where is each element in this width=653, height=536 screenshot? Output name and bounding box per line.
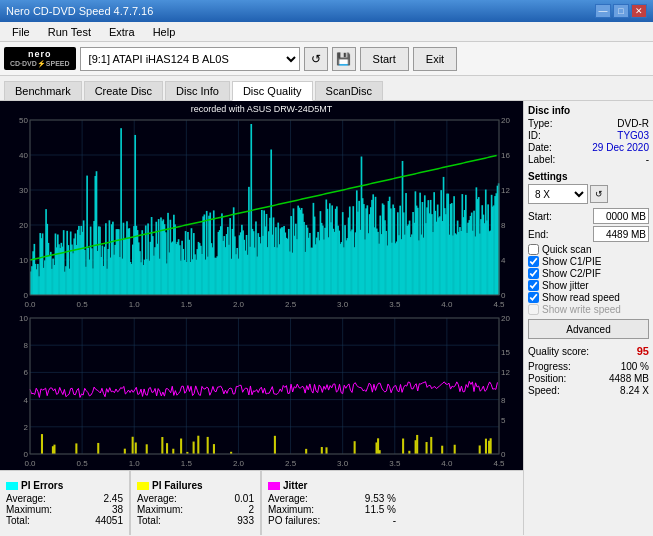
tab-benchmark[interactable]: Benchmark: [4, 81, 82, 100]
bottom-chart: [2, 313, 521, 470]
tab-disc-info[interactable]: Disc Info: [165, 81, 230, 100]
tab-create-disc[interactable]: Create Disc: [84, 81, 163, 100]
show-read-row: Show read speed: [528, 292, 649, 303]
jitter-avg-value: 9.53 %: [365, 493, 396, 504]
show-write-checkbox: [528, 304, 539, 315]
pi-errors-color: [6, 482, 18, 490]
minimize-button[interactable]: —: [595, 4, 611, 18]
pi-failures-total-label: Total:: [137, 515, 161, 526]
pi-failures-total-value: 933: [237, 515, 254, 526]
show-read-checkbox[interactable]: [528, 292, 539, 303]
end-label: End:: [528, 229, 549, 240]
speed-label: Speed:: [528, 385, 560, 396]
show-c1-row: Show C1/PIE: [528, 256, 649, 267]
pi-errors-avg-label: Average:: [6, 493, 46, 504]
show-jitter-checkbox[interactable]: [528, 280, 539, 291]
start-input[interactable]: [593, 208, 649, 224]
show-c2-row: Show C2/PIF: [528, 268, 649, 279]
menu-run-test[interactable]: Run Test: [40, 24, 99, 40]
show-c1-label: Show C1/PIE: [542, 256, 601, 267]
show-read-label: Show read speed: [542, 292, 620, 303]
title-bar-title: Nero CD-DVD Speed 4.7.7.16: [6, 5, 153, 17]
disc-date-row: Date: 29 Dec 2020: [528, 142, 649, 153]
app-title: Nero CD-DVD Speed 4.7.7.16: [6, 5, 153, 17]
pi-errors-title: PI Errors: [21, 480, 63, 491]
refresh-icon[interactable]: ↺: [304, 47, 328, 71]
disc-date-key: Date:: [528, 142, 552, 153]
show-c2-label: Show C2/PIF: [542, 268, 601, 279]
legend-panel: PI Errors Average: 2.45 Maximum: 38 Tota…: [0, 470, 523, 535]
show-write-label: Show write speed: [542, 304, 621, 315]
tab-bar: Benchmark Create Disc Disc Info Disc Qua…: [0, 76, 653, 101]
start-label: Start:: [528, 211, 552, 222]
quality-row: Quality score: 95: [528, 345, 649, 357]
progress-row: Progress: 100 %: [528, 361, 649, 372]
start-input-row: Start:: [528, 208, 649, 224]
show-jitter-row: Show jitter: [528, 280, 649, 291]
pi-errors-max-label: Maximum:: [6, 504, 52, 515]
menu-bar: File Run Test Extra Help: [0, 22, 653, 42]
menu-extra[interactable]: Extra: [101, 24, 143, 40]
quality-score-label: Quality score:: [528, 346, 589, 357]
quick-scan-checkbox[interactable]: [528, 244, 539, 255]
show-write-row: Show write speed: [528, 304, 649, 315]
speed-value: 8.24 X: [620, 385, 649, 396]
jitter-po-label: PO failures:: [268, 515, 320, 526]
disc-id-value: TYG03: [617, 130, 649, 141]
pi-errors-total-label: Total:: [6, 515, 30, 526]
speed-select[interactable]: 8 X: [528, 184, 588, 204]
save-icon[interactable]: 💾: [332, 47, 356, 71]
speed-refresh-icon[interactable]: ↺: [590, 185, 608, 203]
disc-date-value: 29 Dec 2020: [592, 142, 649, 153]
disc-label-value: -: [646, 154, 649, 165]
pi-errors-max-value: 38: [112, 504, 123, 515]
progress-label: Progress:: [528, 361, 571, 372]
settings-section: Settings 8 X ↺ Start: End: Quick scan: [528, 171, 649, 339]
pi-failures-max-value: 2: [248, 504, 254, 515]
disc-label-key: Label:: [528, 154, 555, 165]
advanced-button[interactable]: Advanced: [528, 319, 649, 339]
disc-id-key: ID:: [528, 130, 541, 141]
speed-row: Speed: 8.24 X: [528, 385, 649, 396]
settings-label: Settings: [528, 171, 649, 182]
disc-info-section: Disc info Type: DVD-R ID: TYG03 Date: 29…: [528, 105, 649, 165]
disc-id-row: ID: TYG03: [528, 130, 649, 141]
progress-section: Progress: 100 % Position: 4488 MB Speed:…: [528, 361, 649, 396]
disc-type-value: DVD-R: [617, 118, 649, 129]
toolbar: nero CD·DVD⚡SPEED [9:1] ATAPI iHAS124 B …: [0, 42, 653, 76]
exit-button[interactable]: Exit: [413, 47, 457, 71]
show-c1-checkbox[interactable]: [528, 256, 539, 267]
menu-help[interactable]: Help: [145, 24, 184, 40]
sidebar: Disc info Type: DVD-R ID: TYG03 Date: 29…: [523, 101, 653, 535]
close-button[interactable]: ✕: [631, 4, 647, 18]
pi-errors-total-value: 44051: [95, 515, 123, 526]
disc-info-label: Disc info: [528, 105, 649, 116]
show-jitter-label: Show jitter: [542, 280, 589, 291]
menu-file[interactable]: File: [4, 24, 38, 40]
jitter-avg-label: Average:: [268, 493, 308, 504]
position-value: 4488 MB: [609, 373, 649, 384]
disc-type-key: Type:: [528, 118, 552, 129]
title-bar: Nero CD-DVD Speed 4.7.7.16 — □ ✕: [0, 0, 653, 22]
position-label: Position:: [528, 373, 566, 384]
tab-disc-quality[interactable]: Disc Quality: [232, 81, 313, 101]
jitter-legend: Jitter Average: 9.53 % Maximum: 11.5 % P…: [262, 471, 402, 535]
start-button[interactable]: Start: [360, 47, 409, 71]
quick-scan-row: Quick scan: [528, 244, 649, 255]
end-input[interactable]: [593, 226, 649, 242]
maximize-button[interactable]: □: [613, 4, 629, 18]
nero-logo: nero CD·DVD⚡SPEED: [4, 47, 76, 70]
tab-scan-disc[interactable]: ScanDisc: [315, 81, 383, 100]
jitter-po-value: -: [393, 515, 396, 526]
pi-failures-avg-label: Average:: [137, 493, 177, 504]
pi-failures-title: PI Failures: [152, 480, 203, 491]
title-bar-controls: — □ ✕: [595, 4, 647, 18]
show-c2-checkbox[interactable]: [528, 268, 539, 279]
pi-errors-avg-value: 2.45: [104, 493, 123, 504]
quality-score-value: 95: [637, 345, 649, 357]
disc-type-row: Type: DVD-R: [528, 118, 649, 129]
drive-select[interactable]: [9:1] ATAPI iHAS124 B AL0S: [80, 47, 300, 71]
pi-errors-legend: PI Errors Average: 2.45 Maximum: 38 Tota…: [0, 471, 130, 535]
progress-value: 100 %: [621, 361, 649, 372]
pi-failures-color: [137, 482, 149, 490]
